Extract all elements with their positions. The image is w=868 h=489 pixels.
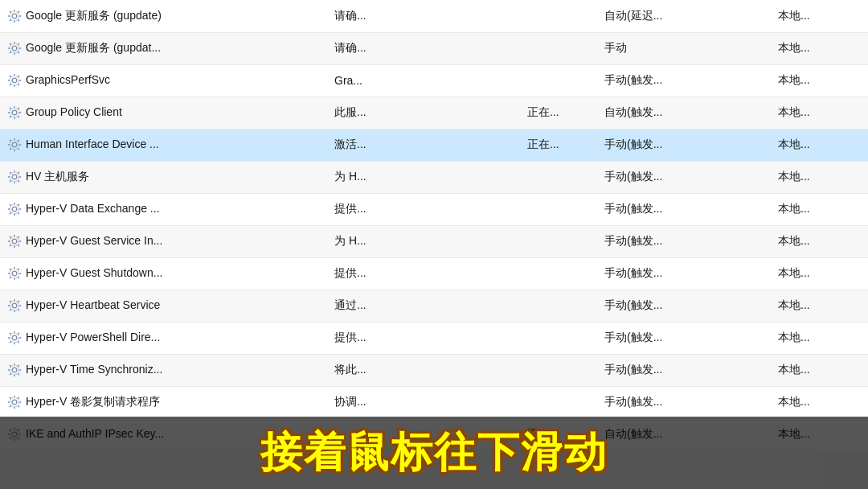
- service-logon: 本地...: [772, 386, 868, 418]
- service-startup: 手动(触发...: [598, 322, 772, 354]
- table-row[interactable]: Hyper-V 卷影复制请求程序协调...手动(触发...本地...: [0, 386, 868, 418]
- service-logon: 本地...: [772, 32, 868, 64]
- gear-icon: [6, 233, 23, 249]
- svg-point-6: [12, 110, 17, 115]
- service-name-cell: Human Interface Device ...: [0, 129, 328, 161]
- table-row[interactable]: Hyper-V PowerShell Dire...提供...手动(触发...本…: [0, 322, 868, 354]
- service-startup: 手动: [598, 32, 772, 64]
- table-row[interactable]: Human Interface Device ...激活...正在...手动(触…: [0, 129, 868, 161]
- service-status: [521, 64, 598, 97]
- service-name: Hyper-V Data Exchange ...: [26, 202, 160, 215]
- service-name: Hyper-V 卷影复制请求程序: [26, 395, 160, 408]
- svg-point-20: [12, 335, 17, 340]
- gear-icon: [6, 265, 23, 281]
- service-desc: 为 H...: [328, 225, 521, 257]
- service-startup: 自动(延迟...: [598, 0, 772, 32]
- svg-point-18: [12, 303, 17, 308]
- table-row[interactable]: Google 更新服务 (gupdate)请确...自动(延迟...本地...: [0, 0, 868, 32]
- service-startup: 手动(触发...: [598, 257, 772, 290]
- service-startup: 手动(触发...: [598, 161, 772, 193]
- gear-icon: [6, 40, 23, 56]
- service-desc: 请确...: [328, 32, 521, 64]
- svg-point-16: [12, 271, 17, 276]
- table-row[interactable]: Hyper-V Data Exchange ...提供...手动(触发...本地…: [0, 193, 868, 225]
- table-row[interactable]: Google 更新服务 (gupdat...请确...手动本地...: [0, 32, 868, 64]
- services-table: Google 更新服务 (gupdate)请确...自动(延迟...本地... …: [0, 0, 868, 451]
- table-row[interactable]: GraphicsPerfSvcGra...手动(触发...本地...: [0, 64, 868, 97]
- service-status: [521, 257, 598, 290]
- overlay-banner: 接着鼠标往下滑动: [0, 417, 868, 489]
- service-startup: 手动(触发...: [598, 354, 772, 386]
- service-startup: 手动(触发...: [598, 290, 772, 322]
- table-row[interactable]: Hyper-V Heartbeat Service通过...手动(触发...本地…: [0, 290, 868, 322]
- service-status: [521, 161, 598, 193]
- service-desc: 为 H...: [328, 161, 521, 193]
- gear-icon: [6, 105, 23, 121]
- service-startup: 手动(触发...: [598, 193, 772, 225]
- service-logon: 本地...: [772, 97, 868, 129]
- gear-icon: [6, 169, 23, 185]
- service-name-cell: Google 更新服务 (gupdat...: [0, 32, 328, 64]
- service-startup: 手动(触发...: [598, 64, 772, 97]
- service-desc: 请确...: [328, 0, 521, 32]
- service-status: [521, 225, 598, 257]
- gear-icon: [6, 8, 23, 24]
- gear-icon: [6, 72, 23, 88]
- service-name-cell: Hyper-V 卷影复制请求程序: [0, 386, 328, 418]
- service-desc: Gra...: [328, 64, 521, 97]
- service-name: Human Interface Device ...: [26, 138, 159, 150]
- service-status: [521, 32, 598, 64]
- service-name-cell: Hyper-V Guest Service In...: [0, 225, 328, 257]
- service-startup: 手动(触发...: [598, 225, 772, 257]
- service-name-cell: Google 更新服务 (gupdate): [0, 0, 328, 32]
- table-row[interactable]: Hyper-V Guest Shutdown...提供...手动(触发...本地…: [0, 257, 868, 290]
- service-logon: 本地...: [772, 129, 868, 161]
- svg-point-12: [12, 207, 17, 212]
- svg-point-2: [12, 46, 17, 51]
- service-desc: 将此...: [328, 354, 521, 386]
- service-status: [521, 354, 598, 386]
- service-logon: 本地...: [772, 354, 868, 386]
- service-logon: 本地...: [772, 322, 868, 354]
- service-name: GraphicsPerfSvc: [26, 73, 110, 86]
- service-name: Google 更新服务 (gupdate): [26, 8, 162, 21]
- service-name-cell: Hyper-V Time Synchroniz...: [0, 354, 328, 386]
- gear-icon: [6, 201, 23, 217]
- service-logon: 本地...: [772, 161, 868, 193]
- service-name: Hyper-V Guest Shutdown...: [26, 266, 162, 279]
- service-status: [521, 193, 598, 225]
- service-desc: 激活...: [328, 129, 521, 161]
- service-status: [521, 322, 598, 354]
- service-name: Hyper-V Guest Service In...: [26, 234, 162, 247]
- service-startup: 手动(触发...: [598, 129, 772, 161]
- service-name-cell: HV 主机服务: [0, 161, 328, 193]
- service-logon: 本地...: [772, 257, 868, 290]
- service-logon: 本地...: [772, 290, 868, 322]
- service-status: 正在...: [521, 129, 598, 161]
- gear-icon: [6, 137, 23, 153]
- service-status: [521, 0, 598, 32]
- service-name: Hyper-V PowerShell Dire...: [26, 331, 160, 343]
- service-name-cell: Group Policy Client: [0, 97, 328, 129]
- service-startup: 手动(触发...: [598, 386, 772, 418]
- service-status: [521, 386, 598, 418]
- service-logon: 本地...: [772, 64, 868, 97]
- svg-point-0: [12, 14, 17, 18]
- table-row[interactable]: HV 主机服务为 H...手动(触发...本地...: [0, 161, 868, 193]
- service-status: [521, 290, 598, 322]
- service-desc: 提供...: [328, 257, 521, 290]
- gear-icon: [6, 362, 23, 378]
- service-name-cell: GraphicsPerfSvc: [0, 64, 328, 97]
- service-name: Hyper-V Time Synchroniz...: [26, 363, 162, 376]
- svg-point-14: [12, 239, 17, 244]
- table-row[interactable]: Hyper-V Guest Service In...为 H...手动(触发..…: [0, 225, 868, 257]
- service-desc: 提供...: [328, 322, 521, 354]
- table-row[interactable]: Group Policy Client此服...正在...自动(触发...本地.…: [0, 97, 868, 129]
- svg-point-10: [12, 175, 17, 179]
- table-row[interactable]: Hyper-V Time Synchroniz...将此...手动(触发...本…: [0, 354, 868, 386]
- service-desc: 通过...: [328, 290, 521, 322]
- gear-icon: [6, 298, 23, 314]
- svg-point-24: [12, 400, 17, 405]
- service-startup: 自动(触发...: [598, 97, 772, 129]
- gear-icon: [6, 330, 23, 346]
